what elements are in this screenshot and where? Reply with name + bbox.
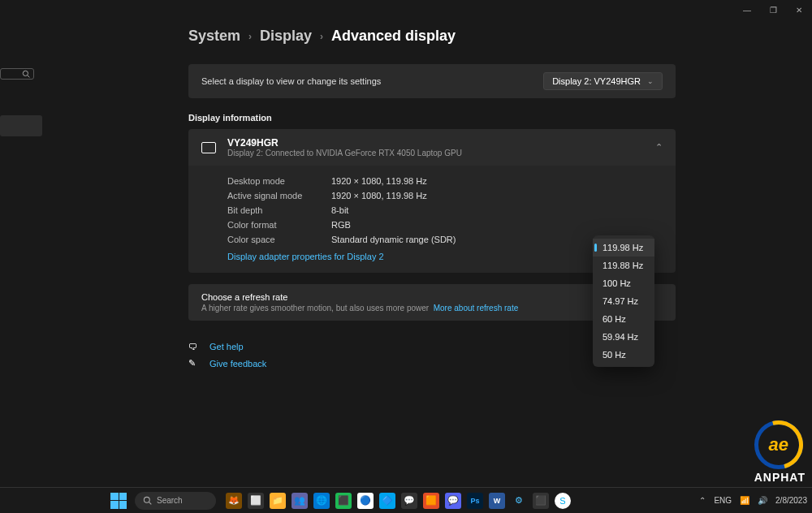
info-key: Color space — [227, 235, 331, 244]
refresh-option[interactable]: 60 Hz — [593, 310, 654, 328]
settings-icon[interactable]: ⚙ — [511, 493, 527, 509]
app-icon[interactable]: 🟧 — [423, 493, 439, 509]
monitor-sub: Display 2: Connected to NVIDIA GeForce R… — [227, 149, 462, 157]
refresh-option[interactable]: 50 Hz — [593, 346, 654, 364]
volume-icon[interactable]: 🔊 — [758, 496, 767, 505]
breadcrumb-advanced: Advanced display — [331, 28, 456, 45]
chevron-up-icon: ⌃ — [655, 142, 663, 153]
info-row: Active signal mode1920 × 1080, 119.98 Hz — [227, 188, 663, 203]
app-icon[interactable]: 👥 — [292, 493, 308, 509]
chevron-right-icon: › — [248, 31, 252, 42]
svg-line-1 — [28, 75, 30, 78]
info-value: 1920 × 1080, 119.98 Hz — [331, 176, 427, 186]
chevron-right-icon: › — [320, 31, 323, 42]
sidebar — [0, 0, 42, 487]
chevron-down-icon: ⌄ — [647, 77, 654, 85]
maximize-button[interactable]: ❐ — [760, 0, 786, 19]
dropdown-value: Display 2: VY249HGR — [552, 76, 641, 86]
info-key: Bit depth — [227, 205, 331, 215]
app-icon[interactable]: ⬜ — [248, 493, 264, 509]
info-key: Desktop mode — [227, 176, 331, 186]
tray-expand-icon[interactable]: ⌃ — [699, 496, 706, 505]
sidebar-search[interactable] — [0, 68, 34, 80]
sidebar-item-active[interactable] — [0, 115, 42, 136]
svg-point-2 — [144, 497, 149, 502]
discord-icon[interactable]: 💬 — [445, 493, 461, 509]
adapter-properties-link[interactable]: Display adapter properties for Display 2 — [227, 247, 384, 261]
info-row: Bit depth8-bit — [227, 203, 663, 218]
edge-icon[interactable]: 🌐 — [313, 493, 330, 509]
minimize-button[interactable]: — — [734, 0, 760, 19]
app-icon[interactable]: ⬛ — [533, 493, 549, 509]
refresh-rate-options: 119.98 Hz119.88 Hz100 Hz74.97 Hz60 Hz59.… — [593, 235, 654, 367]
search-icon — [143, 496, 152, 505]
svg-point-0 — [23, 71, 28, 75]
skype-icon[interactable]: S — [555, 493, 571, 509]
taskbar-search[interactable]: Search — [135, 492, 216, 510]
help-icon: 🗨 — [188, 342, 200, 351]
display-dropdown[interactable]: Display 2: VY249HGR ⌄ — [543, 72, 663, 90]
svg-line-3 — [149, 502, 152, 505]
monitor-name: VY249HGR — [227, 137, 462, 149]
info-value: 8-bit — [331, 205, 348, 215]
display-selector-card: Select a display to view or change its s… — [188, 64, 676, 98]
taskbar-apps: 🦊 ⬜ 📁 👥 🌐 ⬛ 🔵 🔷 💬 🟧 💬 Ps W ⚙ ⬛ S — [226, 493, 571, 509]
info-key: Active signal mode — [227, 191, 331, 200]
photoshop-icon[interactable]: Ps — [467, 493, 483, 509]
tray-date[interactable]: 2/8/2023 — [775, 496, 807, 505]
app-icon[interactable]: 🦊 — [226, 493, 242, 509]
info-row: Desktop mode1920 × 1080, 119.98 Hz — [227, 174, 663, 188]
info-value: Standard dynamic range (SDR) — [331, 235, 456, 244]
refresh-option[interactable]: 100 Hz — [593, 274, 654, 292]
start-button[interactable] — [110, 493, 127, 509]
file-explorer-icon[interactable]: 📁 — [270, 493, 286, 509]
feedback-icon: ✎ — [188, 358, 200, 369]
close-button[interactable]: ✕ — [786, 0, 812, 19]
breadcrumb: System › Display › Advanced display — [188, 28, 676, 45]
section-display-info: Display information — [188, 113, 676, 123]
selector-label: Select a display to view or change its s… — [201, 76, 381, 86]
breadcrumb-display[interactable]: Display — [260, 28, 312, 45]
more-refresh-link[interactable]: More about refresh rate — [434, 304, 519, 313]
app-icon[interactable]: ⬛ — [335, 493, 352, 509]
info-value: 1920 × 1080, 119.98 Hz — [331, 191, 427, 200]
word-icon[interactable]: W — [489, 493, 505, 509]
monitor-header[interactable]: VY249HGR Display 2: Connected to NVIDIA … — [188, 129, 676, 166]
search-icon — [22, 70, 30, 78]
info-key: Color format — [227, 220, 331, 230]
breadcrumb-system[interactable]: System — [188, 28, 240, 45]
refresh-option[interactable]: 74.97 Hz — [593, 292, 654, 310]
refresh-option[interactable]: 119.98 Hz — [593, 239, 654, 256]
tray-language[interactable]: ENG — [714, 496, 732, 505]
refresh-option[interactable]: 59.94 Hz — [593, 328, 654, 346]
app-icon[interactable]: 🔷 — [379, 493, 395, 509]
app-icon[interactable]: 💬 — [401, 493, 417, 509]
watermark-logo: ae ANPHAT — [754, 420, 806, 484]
wifi-icon[interactable]: 📶 — [740, 496, 749, 505]
taskbar: Search 🦊 ⬜ 📁 👥 🌐 ⬛ 🔵 🔷 💬 🟧 💬 Ps W ⚙ ⬛ S … — [0, 487, 812, 513]
info-row: Color formatRGB — [227, 218, 663, 232]
system-tray: ⌃ ENG 📶 🔊 2/8/2023 — [699, 496, 807, 505]
info-value: RGB — [331, 220, 351, 230]
monitor-icon — [201, 142, 216, 153]
chrome-icon[interactable]: 🔵 — [357, 493, 374, 509]
refresh-option[interactable]: 119.88 Hz — [593, 256, 654, 274]
